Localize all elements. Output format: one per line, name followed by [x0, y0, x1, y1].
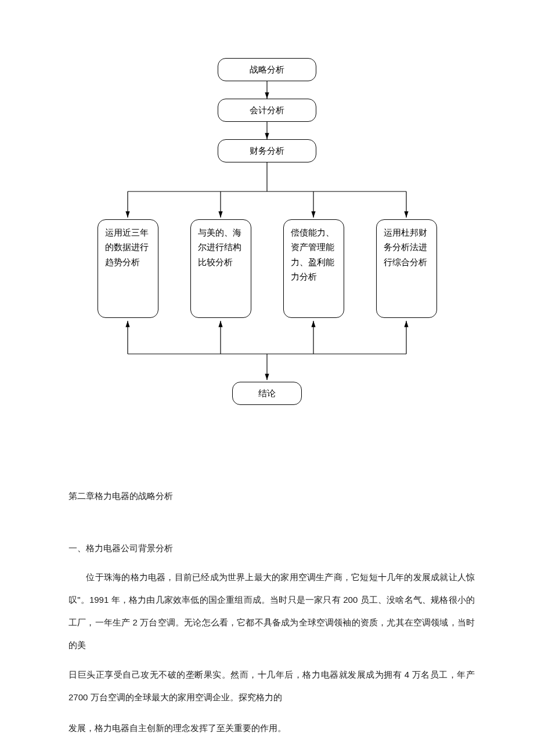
node-financial-analysis: 财务分析 — [218, 139, 316, 162]
node-trend-analysis: 运用近三年的数据进行趋势分析 — [98, 219, 158, 318]
node-label: 会计分析 — [250, 105, 284, 116]
node-dupont-analysis: 运用杜邦财务分析法进行综合分析 — [376, 219, 437, 318]
node-structure-comparison: 与美的、海尔进行结构比较分析 — [190, 219, 251, 318]
chapter-title: 第二章格力电器的战略分析 — [68, 484, 475, 507]
paragraph: 发展，格力电器自主创新的理念发挥了至关重要的作用。 — [68, 717, 475, 739]
node-label: 战略分析 — [250, 64, 284, 75]
node-label: 财务分析 — [250, 146, 284, 157]
node-strategy-analysis: 战略分析 — [218, 58, 316, 81]
node-label: 偿债能力、资产管理能力、盈利能力分析 — [291, 226, 337, 285]
paragraph: 位于珠海的格力电器，目前已经成为世界上最大的家用空调生产商，它短短十几年的发展成… — [68, 566, 475, 656]
paragraph: 日巨头正享受自己攻无不破的垄断果实。然而，十几年后，格力电器就发展成为拥有 4 … — [68, 663, 475, 708]
section-title: 一、格力电器公司背景分析 — [68, 537, 475, 559]
node-label: 与美的、海尔进行结构比较分析 — [198, 226, 244, 270]
node-label: 运用杜邦财务分析法进行综合分析 — [384, 226, 430, 270]
node-accounting-analysis: 会计分析 — [218, 99, 316, 122]
analysis-flow-diagram: 战略分析 会计分析 财务分析 运用近三年的数据进行趋势分析 与美的、海尔进行结构… — [99, 58, 435, 447]
node-capability-analysis: 偿债能力、资产管理能力、盈利能力分析 — [283, 219, 344, 318]
node-label: 运用近三年的数据进行趋势分析 — [105, 226, 151, 270]
node-label: 结论 — [258, 388, 276, 399]
node-conclusion: 结论 — [232, 382, 302, 405]
